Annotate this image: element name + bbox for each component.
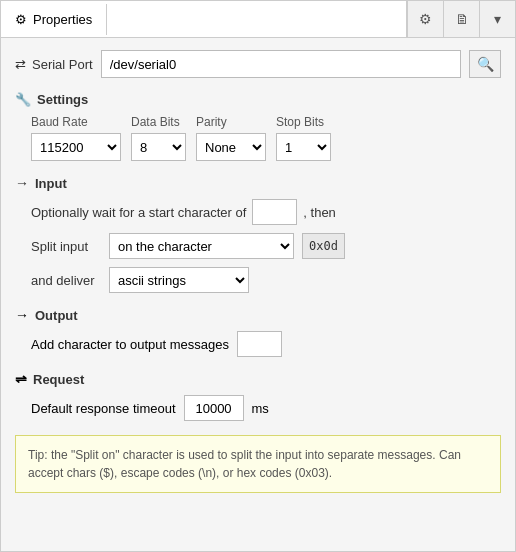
wait-row: Optionally wait for a start character of… — [15, 199, 501, 225]
timeout-unit: ms — [252, 401, 269, 416]
add-char-label: Add character to output messages — [31, 337, 229, 352]
split-select[interactable]: on the character on timeout never — [109, 233, 294, 259]
hex-badge: 0x0d — [302, 233, 345, 259]
parity-select[interactable]: None Even Odd — [196, 133, 266, 161]
search-button[interactable]: 🔍 — [469, 50, 501, 78]
baud-rate-label: Baud Rate — [31, 115, 121, 129]
output-section: → Output Add character to output message… — [15, 307, 501, 357]
document-button[interactable]: 🗎 — [443, 1, 479, 37]
stop-bits-label: Stop Bits — [276, 115, 331, 129]
data-bits-group: Data Bits 8 5 6 7 — [131, 115, 186, 161]
settings-button[interactable]: ⚙ — [407, 1, 443, 37]
add-char-input[interactable] — [237, 331, 282, 357]
stop-bits-group: Stop Bits 1 2 — [276, 115, 331, 161]
deliver-row: and deliver ascii strings binary data — [15, 267, 501, 293]
parity-label: Parity — [196, 115, 266, 129]
serial-port-label: ⇄ Serial Port — [15, 57, 93, 72]
output-arrow-icon: → — [15, 307, 29, 323]
request-section: ⇌ Request Default response timeout ms — [15, 371, 501, 421]
settings-label: Settings — [37, 92, 88, 107]
then-text: , then — [303, 205, 336, 220]
serial-port-icon: ⇄ — [15, 57, 26, 72]
request-field-row: Default response timeout ms — [15, 395, 501, 421]
baud-rate-select[interactable]: 115200 9600 19200 38400 57600 — [31, 133, 121, 161]
serial-port-input[interactable] — [101, 50, 461, 78]
input-section-header: → Input — [15, 175, 501, 191]
tab-label: Properties — [33, 12, 92, 27]
timeout-label: Default response timeout — [31, 401, 176, 416]
properties-window: ⚙ Properties ⚙ 🗎 ▾ ⇄ Serial Port 🔍 🔧 Set… — [0, 0, 516, 552]
tip-box: Tip: the "Split on" character is used to… — [15, 435, 501, 493]
input-label: Input — [35, 176, 67, 191]
output-field-row: Add character to output messages — [15, 331, 501, 357]
baud-row: Baud Rate 115200 9600 19200 38400 57600 … — [15, 115, 501, 161]
serial-port-row: ⇄ Serial Port 🔍 — [15, 50, 501, 78]
deliver-select[interactable]: ascii strings binary data — [109, 267, 249, 293]
timeout-input[interactable] — [184, 395, 244, 421]
data-bits-label: Data Bits — [131, 115, 186, 129]
wait-text: Optionally wait for a start character of — [31, 205, 246, 220]
start-char-input[interactable] — [252, 199, 297, 225]
input-section: → Input Optionally wait for a start char… — [15, 175, 501, 293]
data-bits-select[interactable]: 8 5 6 7 — [131, 133, 186, 161]
title-bar: ⚙ Properties ⚙ 🗎 ▾ — [1, 1, 515, 38]
split-label: Split input — [31, 239, 101, 254]
parity-group: Parity None Even Odd — [196, 115, 266, 161]
tip-text: Tip: the "Split on" character is used to… — [28, 448, 461, 480]
request-icon: ⇌ — [15, 371, 27, 387]
gear-icon: ⚙ — [15, 12, 27, 27]
properties-tab[interactable]: ⚙ Properties — [1, 4, 107, 35]
baud-rate-group: Baud Rate 115200 9600 19200 38400 57600 — [31, 115, 121, 161]
input-arrow-icon: → — [15, 175, 29, 191]
deliver-label: and deliver — [31, 273, 101, 288]
chevron-down-button[interactable]: ▾ — [479, 1, 515, 37]
stop-bits-select[interactable]: 1 2 — [276, 133, 331, 161]
settings-section: 🔧 Settings Baud Rate 115200 9600 19200 3… — [15, 92, 501, 161]
content-area: ⇄ Serial Port 🔍 🔧 Settings Baud Rate 115… — [1, 38, 515, 551]
split-row: Split input on the character on timeout … — [15, 233, 501, 259]
title-bar-actions: ⚙ 🗎 ▾ — [406, 1, 515, 37]
output-label: Output — [35, 308, 78, 323]
request-label: Request — [33, 372, 84, 387]
wrench-icon: 🔧 — [15, 92, 31, 107]
